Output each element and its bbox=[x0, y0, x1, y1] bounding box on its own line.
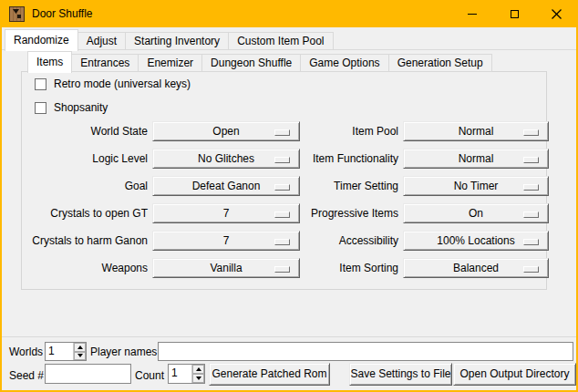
worlds-spinner[interactable]: 1 bbox=[45, 342, 87, 361]
shopsanity-label: Shopsanity bbox=[54, 101, 108, 114]
dropdown-indicator-icon bbox=[274, 157, 290, 163]
item-functionality-dropdown[interactable]: Normal bbox=[403, 149, 549, 169]
retro-mode-checkbox-row[interactable]: Retro mode (universal keys) bbox=[35, 77, 191, 90]
retro-mode-label: Retro mode (universal keys) bbox=[54, 77, 191, 90]
tab-randomize[interactable]: Randomize bbox=[5, 29, 78, 51]
dropdown-indicator-icon bbox=[523, 184, 539, 191]
sub-tab-bar: Items Entrances Enemizer Dungeon Shuffle… bbox=[27, 50, 492, 72]
retro-mode-checkbox[interactable] bbox=[35, 78, 46, 90]
count-label: Count bbox=[135, 366, 164, 385]
dropdown-indicator-icon bbox=[274, 184, 290, 191]
dropdown-indicator-icon bbox=[523, 129, 539, 136]
dropdown-indicator-icon bbox=[523, 266, 539, 273]
door-shuffle-window: Door Shuffle Randomize Adjust Starting I… bbox=[0, 0, 578, 392]
world-state-dropdown[interactable]: Open bbox=[152, 121, 300, 141]
tab-adjust[interactable]: Adjust bbox=[77, 32, 126, 50]
accessibility-label: Accessibility bbox=[307, 234, 398, 247]
spin-down-icon bbox=[77, 354, 83, 357]
crystals-gt-dropdown[interactable]: 7 bbox=[152, 203, 300, 223]
count-spin-up-button[interactable] bbox=[192, 365, 204, 374]
worlds-spin-down-button[interactable] bbox=[74, 352, 86, 361]
accessibility-dropdown[interactable]: 100% Locations bbox=[403, 231, 549, 251]
count-value: 1 bbox=[169, 365, 191, 383]
crystals-ganon-dropdown[interactable]: 7 bbox=[152, 231, 300, 251]
logic-level-label: Logic Level bbox=[29, 152, 148, 165]
dropdown-indicator-icon bbox=[523, 157, 539, 163]
worlds-spin-up-button[interactable] bbox=[74, 343, 86, 352]
count-spin-down-button[interactable] bbox=[192, 374, 204, 383]
save-settings-button[interactable]: Save Settings to File bbox=[349, 363, 452, 386]
spin-down-icon bbox=[196, 377, 201, 380]
count-spinner[interactable]: 1 bbox=[168, 364, 205, 384]
dropdown-indicator-icon bbox=[274, 266, 290, 273]
tab-entrances[interactable]: Entrances bbox=[71, 54, 139, 72]
minimize-icon bbox=[468, 14, 477, 15]
item-pool-label: Item Pool bbox=[307, 125, 398, 138]
settings-grid: World State Open Item Pool Normal Logic … bbox=[29, 121, 549, 285]
shopsanity-checkbox[interactable] bbox=[35, 102, 46, 114]
dropdown-indicator-icon bbox=[274, 129, 290, 136]
crystals-gt-label: Crystals to open GT bbox=[29, 207, 148, 220]
timer-setting-dropdown[interactable]: No Timer bbox=[403, 176, 549, 196]
window-title: Door Shuffle bbox=[32, 0, 93, 27]
close-icon bbox=[552, 9, 562, 19]
progressive-items-label: Progressive Items bbox=[307, 207, 398, 220]
goal-dropdown[interactable]: Defeat Ganon bbox=[152, 176, 300, 196]
player-names-label: Player names bbox=[90, 343, 157, 361]
seed-input[interactable] bbox=[45, 364, 131, 384]
goal-label: Goal bbox=[29, 180, 148, 192]
timer-setting-label: Timer Setting bbox=[307, 180, 398, 192]
open-output-directory-button[interactable]: Open Output Directory bbox=[453, 363, 576, 386]
dropdown-indicator-icon bbox=[523, 211, 539, 218]
spin-up-icon bbox=[77, 346, 83, 349]
tab-game-options[interactable]: Game Options bbox=[300, 54, 388, 72]
tab-custom-item-pool[interactable]: Custom Item Pool bbox=[228, 32, 333, 50]
progressive-items-dropdown[interactable]: On bbox=[403, 203, 549, 223]
player-names-input[interactable] bbox=[158, 342, 573, 361]
worlds-label: Worlds bbox=[9, 343, 43, 361]
tab-generation-setup[interactable]: Generation Setup bbox=[388, 54, 492, 72]
world-state-label: World State bbox=[29, 125, 148, 138]
tab-starting-inventory[interactable]: Starting Inventory bbox=[125, 32, 229, 50]
item-pool-dropdown[interactable]: Normal bbox=[403, 121, 549, 141]
seed-label: Seed # bbox=[9, 366, 44, 385]
dropdown-indicator-icon bbox=[523, 239, 539, 245]
logic-level-dropdown[interactable]: No Glitches bbox=[152, 149, 300, 169]
crystals-ganon-label: Crystals to harm Ganon bbox=[29, 234, 148, 247]
item-sorting-label: Item Sorting bbox=[307, 262, 398, 274]
dropdown-indicator-icon bbox=[274, 211, 290, 218]
dropdown-indicator-icon bbox=[274, 239, 290, 245]
item-functionality-label: Item Functionality bbox=[307, 152, 398, 165]
maximize-icon bbox=[511, 10, 519, 18]
weapons-label: Weapons bbox=[29, 262, 148, 274]
titlebar[interactable]: Door Shuffle bbox=[0, 0, 578, 27]
generate-patched-rom-button[interactable]: Generate Patched Rom bbox=[209, 363, 330, 386]
tab-dungeon-shuffle[interactable]: Dungeon Shuffle bbox=[201, 54, 301, 72]
minimize-button[interactable] bbox=[451, 0, 493, 27]
main-tab-bar: Randomize Adjust Starting Inventory Cust… bbox=[5, 28, 334, 50]
spin-up-icon bbox=[196, 367, 201, 371]
maximize-button[interactable] bbox=[493, 0, 535, 27]
tab-items[interactable]: Items bbox=[27, 51, 72, 73]
tab-enemizer[interactable]: Enemizer bbox=[138, 54, 202, 72]
shopsanity-checkbox-row[interactable]: Shopsanity bbox=[35, 101, 108, 114]
worlds-value: 1 bbox=[46, 343, 73, 360]
item-sorting-dropdown[interactable]: Balanced bbox=[403, 258, 549, 278]
close-button[interactable] bbox=[535, 0, 577, 27]
app-icon[interactable] bbox=[9, 6, 25, 22]
weapons-dropdown[interactable]: Vanilla bbox=[152, 258, 300, 278]
